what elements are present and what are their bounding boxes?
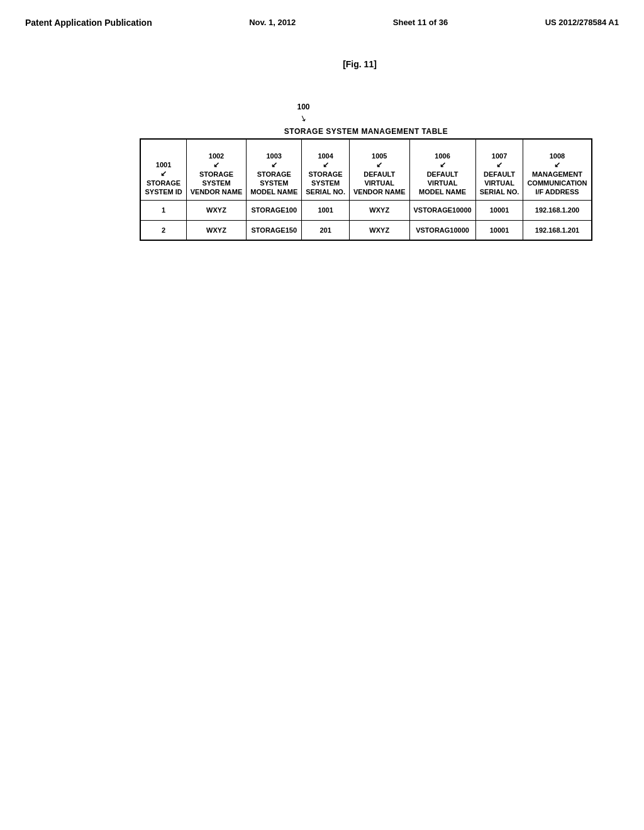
col-header-1004: 1004 ↙ STORAGE SYSTEM SERIAL NO. bbox=[302, 139, 350, 201]
col-ref-1004: 1004 bbox=[318, 152, 333, 160]
table-row: 1WXYZSTORAGE1001001WXYZVSTORAGE100001000… bbox=[140, 201, 591, 220]
cell-r1-c3: STORAGE100 bbox=[247, 201, 302, 220]
col-header-1003: 1003 ↙ STORAGE SYSTEM MODEL NAME bbox=[247, 139, 302, 201]
cell-r2-c8: 192.168.1.201 bbox=[523, 220, 592, 240]
ref-100-num: 100 bbox=[297, 102, 309, 111]
ref-100-label: 100 ↙ bbox=[297, 101, 309, 123]
cell-r2-c2: WXYZ bbox=[186, 220, 247, 240]
page-header: Patent Application Publication Nov. 1, 2… bbox=[0, 0, 644, 34]
cell-r1-c1: 1 bbox=[140, 201, 186, 220]
header-patent-num: US 2012/278584 A1 bbox=[545, 18, 619, 27]
storage-management-table: 1001 ↙ STORAGE SYSTEM ID 1002 ↙ bbox=[140, 138, 592, 241]
cell-r1-c8: 192.168.1.200 bbox=[523, 201, 592, 220]
col-ref-1006: 1006 bbox=[435, 152, 450, 160]
table-header-row: 1001 ↙ STORAGE SYSTEM ID 1002 ↙ bbox=[140, 139, 591, 201]
cell-r1-c6: VSTORAGE10000 bbox=[409, 201, 475, 220]
col-ref-1002: 1002 bbox=[209, 152, 224, 160]
cell-r1-c2: WXYZ bbox=[186, 201, 247, 220]
cell-r1-c5: WXYZ bbox=[350, 201, 410, 220]
cell-r2-c7: 10001 bbox=[475, 220, 523, 240]
col-header-1005: 1005 ↙ DEFAULT VIRTUAL VENDOR NAME bbox=[350, 139, 410, 201]
table-body: 1WXYZSTORAGE1001001WXYZVSTORAGE100001000… bbox=[140, 201, 591, 240]
cell-r2-c6: VSTORAG10000 bbox=[409, 220, 475, 240]
table-title: STORAGE SYSTEM MANAGEMENT TABLE bbox=[140, 127, 592, 136]
col-ref-1008: 1008 bbox=[550, 152, 565, 160]
col-header-1001: 1001 ↙ STORAGE SYSTEM ID bbox=[140, 139, 186, 201]
cell-r2-c1: 2 bbox=[140, 220, 186, 240]
col-ref-1007: 1007 bbox=[492, 152, 507, 160]
table-row: 2WXYZSTORAGE150201WXYZVSTORAG10000100011… bbox=[140, 220, 591, 240]
ref-100-area: 100 ↙ bbox=[140, 101, 592, 123]
cell-r2-c3: STORAGE150 bbox=[247, 220, 302, 240]
header-left-text: Patent Application Publication bbox=[25, 18, 152, 28]
cell-r2-c5: WXYZ bbox=[350, 220, 410, 240]
col-ref-1005: 1005 bbox=[372, 152, 387, 160]
header-date: Nov. 1, 2012 bbox=[249, 18, 296, 27]
cell-r1-c4: 1001 bbox=[302, 201, 350, 220]
table-wrapper: 100 ↙ STORAGE SYSTEM MANAGEMENT TABLE 10… bbox=[140, 101, 592, 241]
col-header-1007: 1007 ↙ DEFAULT VIRTUAL SERIAL NO. bbox=[475, 139, 523, 201]
figure-label: [Fig. 11] bbox=[0, 59, 644, 69]
col-ref-1003: 1003 bbox=[267, 152, 282, 160]
cell-r2-c4: 201 bbox=[302, 220, 350, 240]
cell-r1-c7: 10001 bbox=[475, 201, 523, 220]
col-header-1002: 1002 ↙ STORAGE SYSTEM VENDOR NAME bbox=[186, 139, 247, 201]
col-header-1008: 1008 ↙ MANAGEMENT COMMUNICATION I/F ADDR… bbox=[523, 139, 592, 201]
diagram-container: 100 ↙ STORAGE SYSTEM MANAGEMENT TABLE 10… bbox=[0, 82, 644, 241]
col-ref-1001: 1001 bbox=[156, 161, 171, 169]
header-sheet: Sheet 11 of 36 bbox=[393, 18, 448, 27]
col-header-1006: 1006 ↙ DEFAULT VIRTUAL MODEL NAME bbox=[409, 139, 475, 201]
